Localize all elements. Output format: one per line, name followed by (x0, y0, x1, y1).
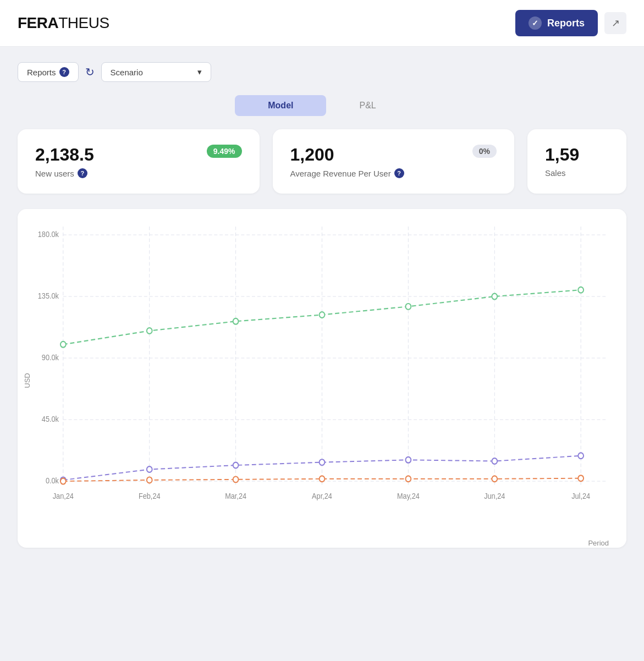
reports-header-label: Reports (547, 18, 585, 29)
purple-dot-2 (147, 466, 152, 472)
svg-text:Apr,24: Apr,24 (312, 492, 332, 501)
svg-text:May,24: May,24 (397, 492, 420, 501)
svg-text:90.0k: 90.0k (42, 354, 59, 362)
orange-dot-5 (405, 476, 411, 482)
refresh-icon: ↻ (85, 65, 95, 79)
metric-top-arpu: 1,200 0% (290, 145, 497, 165)
arpu-help-icon: ? (394, 168, 404, 178)
metric-top-sales: 1,59 (545, 145, 609, 165)
arpu-badge: 0% (472, 145, 497, 158)
tab-bar: Model P&L (18, 95, 626, 116)
chart-svg: 180.0k 135.0k 90.0k 45.0k 0.0k (31, 227, 613, 535)
svg-text:Mar,24: Mar,24 (225, 492, 246, 501)
chart-y-axis-label: USD (23, 373, 31, 388)
app-logo: FERATHEUS (18, 14, 109, 32)
orange-dot-7 (578, 475, 584, 481)
purple-dot-4 (320, 459, 325, 465)
green-dot-1 (60, 341, 66, 348)
checkmark-icon: ✓ (529, 16, 542, 30)
chart-x-axis-label: Period (31, 539, 613, 547)
green-dot-2 (147, 328, 152, 334)
chart-container: USD 180.0k 135.0k 90.0k 45.0k 0.0k (18, 209, 626, 548)
sales-value: 1,59 (545, 145, 579, 165)
logo-thin-part: THEUS (58, 14, 109, 31)
metrics-row: 2,138.5 9.49% New users ? 1,200 0% Avera… (18, 129, 626, 194)
new-users-help-icon: ? (78, 168, 87, 178)
purple-dot-6 (492, 458, 497, 464)
svg-text:0.0k: 0.0k (46, 477, 59, 486)
chevron-down-icon: ▾ (197, 67, 202, 77)
metric-top-new-users: 2,138.5 9.49% (35, 145, 242, 165)
new-users-label: New users ? (35, 168, 242, 178)
metric-card-sales: 1,59 Sales (527, 129, 626, 194)
chart-inner: USD 180.0k 135.0k 90.0k 45.0k 0.0k (31, 227, 613, 535)
header-actions: ✓ Reports ↗ (515, 10, 626, 36)
reports-toolbar-button[interactable]: Reports ? (18, 62, 79, 82)
green-dot-4 (320, 312, 325, 318)
reports-toolbar-label: Reports (27, 68, 56, 77)
svg-text:Jun,24: Jun,24 (484, 492, 505, 501)
sales-label: Sales (545, 168, 609, 178)
new-users-value: 2,138.5 (35, 145, 94, 165)
orange-dot-4 (320, 476, 325, 482)
metric-card-new-users: 2,138.5 9.49% New users ? (18, 129, 260, 194)
purple-dot-5 (405, 457, 411, 463)
arpu-label: Average Revenue Per User ? (290, 168, 497, 178)
orange-dot-3 (233, 476, 239, 482)
tab-model[interactable]: Model (235, 95, 326, 116)
svg-text:Feb,24: Feb,24 (139, 492, 161, 501)
svg-text:180.0k: 180.0k (38, 230, 59, 239)
header: FERATHEUS ✓ Reports ↗ (0, 0, 644, 47)
refresh-button[interactable]: ↻ (85, 65, 95, 79)
svg-text:135.0k: 135.0k (38, 292, 59, 301)
orange-dot-6 (492, 476, 497, 482)
orange-dot-2 (147, 477, 152, 483)
purple-dot-7 (578, 453, 584, 459)
new-users-badge: 9.49% (207, 145, 242, 158)
reports-help-icon: ? (59, 67, 69, 77)
reports-header-button[interactable]: ✓ Reports (515, 10, 598, 36)
toolbar: Reports ? ↻ Scenario ▾ (18, 62, 626, 82)
svg-text:45.0k: 45.0k (42, 415, 59, 424)
tab-pl[interactable]: P&L (326, 95, 409, 116)
svg-text:Jul,24: Jul,24 (571, 492, 591, 501)
svg-text:Jan,24: Jan,24 (53, 492, 74, 501)
external-link-button[interactable]: ↗ (604, 12, 626, 34)
scenario-dropdown[interactable]: Scenario ▾ (101, 62, 211, 82)
main-content: Reports ? ↻ Scenario ▾ Model P&L 2,138.5… (0, 47, 644, 563)
green-dot-3 (233, 318, 239, 324)
metric-card-arpu: 1,200 0% Average Revenue Per User ? (273, 129, 515, 194)
arpu-value: 1,200 (290, 145, 334, 165)
green-dot-5 (405, 304, 411, 310)
arrow-icon: ↗ (612, 17, 620, 29)
logo-bold-part: FERA (18, 14, 58, 31)
scenario-label: Scenario (111, 68, 143, 77)
green-dot-6 (492, 294, 497, 300)
orange-dot-1 (60, 478, 66, 484)
purple-dot-3 (233, 462, 239, 469)
green-dot-7 (578, 287, 584, 293)
